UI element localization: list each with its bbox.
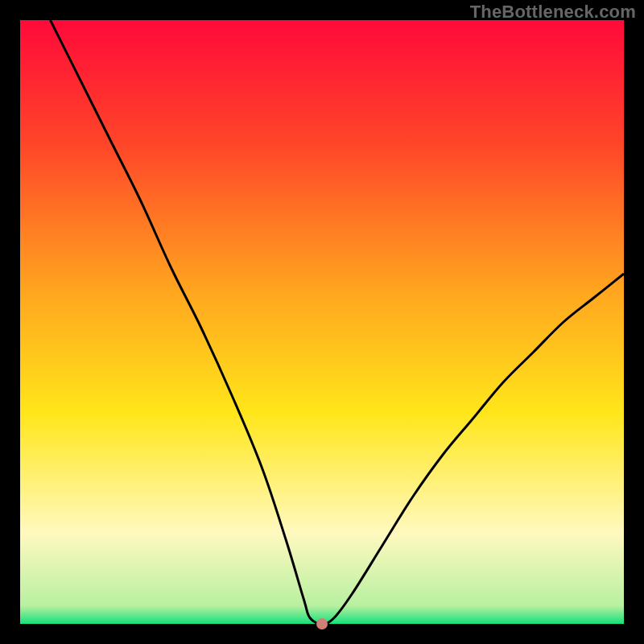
- watermark-text: TheBottleneck.com: [470, 2, 636, 23]
- bottleneck-chart: [20, 20, 624, 624]
- optimal-point-marker: [316, 618, 328, 630]
- chart-frame: TheBottleneck.com: [0, 0, 644, 644]
- plot-background: [20, 20, 624, 624]
